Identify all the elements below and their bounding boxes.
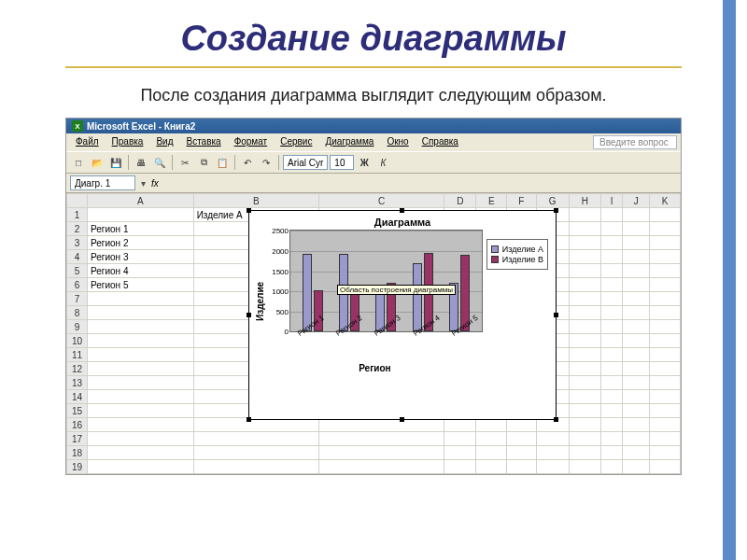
row-header[interactable]: 11 [67,348,88,362]
cell[interactable] [623,460,650,474]
resize-handle[interactable] [400,417,404,422]
cell[interactable] [569,460,600,474]
cell[interactable] [650,236,681,250]
cell[interactable] [623,236,650,250]
cell[interactable] [536,432,569,446]
cell[interactable] [623,390,650,404]
column-header[interactable]: H [569,194,600,208]
x-axis-label[interactable]: Регион [267,363,483,373]
column-header[interactable]: J [623,194,650,208]
cell[interactable] [569,208,600,222]
embedded-chart[interactable]: Диаграмма Изделие 05001000150020002500 О… [248,210,557,420]
cell[interactable] [623,250,650,264]
cell[interactable] [444,432,476,446]
row-header[interactable]: 12 [67,362,88,376]
cell[interactable] [650,362,681,376]
menu-view[interactable]: Вид [150,135,178,149]
cell[interactable] [88,208,194,222]
cell[interactable] [623,320,650,334]
cell[interactable] [569,390,600,404]
cell[interactable] [650,222,681,236]
cell[interactable] [569,320,600,334]
cell[interactable] [623,334,650,348]
menu-help[interactable]: Справка [416,135,464,149]
cell[interactable] [569,306,600,320]
cell[interactable] [623,446,650,460]
column-header[interactable]: G [536,194,569,208]
row-header[interactable]: 1 [67,208,88,222]
resize-handle[interactable] [554,208,558,213]
cell[interactable] [536,446,569,460]
cell[interactable] [623,404,650,418]
cell[interactable] [88,446,194,460]
chart-title[interactable]: Диаграмма [249,211,556,230]
cell[interactable] [569,432,600,446]
cell[interactable] [569,236,600,250]
menu-edit[interactable]: Правка [106,135,149,149]
cell[interactable] [507,446,536,460]
cell[interactable] [601,446,623,460]
undo-icon[interactable]: ↶ [239,154,256,171]
cell[interactable] [88,376,194,390]
resize-handle[interactable] [400,208,404,213]
cell[interactable] [650,376,681,390]
cell[interactable] [88,418,194,432]
cell[interactable] [601,460,623,474]
cell[interactable] [650,418,681,432]
cell[interactable] [193,432,318,446]
column-header[interactable]: F [507,194,536,208]
row-header[interactable]: 8 [67,306,88,320]
row-header[interactable]: 16 [67,418,88,432]
cell[interactable] [650,446,681,460]
cell[interactable] [623,376,650,390]
copy-icon[interactable]: ⧉ [195,154,212,171]
cell[interactable] [650,278,681,292]
cell[interactable] [444,460,476,474]
menu-insert[interactable]: Вставка [180,135,226,149]
row-header[interactable]: 5 [67,264,88,278]
cell[interactable] [88,390,194,404]
paste-icon[interactable]: 📋 [214,154,231,171]
column-header[interactable]: A [88,194,194,208]
column-header[interactable]: E [476,194,507,208]
cell[interactable] [476,446,507,460]
font-size-select[interactable]: 10 [330,155,354,170]
row-header[interactable]: 6 [67,278,88,292]
cell[interactable] [88,404,194,418]
cell[interactable]: Регион 5 [88,278,194,292]
name-box[interactable]: Диагр. 1 [70,175,135,190]
cell[interactable] [650,208,681,222]
legend-item[interactable]: Изделие А [491,245,543,254]
font-name-select[interactable]: Arial Cyr [283,155,328,170]
cell[interactable] [601,320,623,334]
redo-icon[interactable]: ↷ [258,154,275,171]
cell[interactable] [476,460,507,474]
column-header[interactable]: C [318,194,444,208]
row-header[interactable]: 7 [67,292,88,306]
row-header[interactable]: 17 [67,432,88,446]
cell[interactable] [623,348,650,362]
bold-icon[interactable]: Ж [356,154,373,171]
row-header[interactable]: 14 [67,390,88,404]
cell[interactable] [650,250,681,264]
row-header[interactable]: 4 [67,250,88,264]
dropdown-icon[interactable]: ▾ [141,178,146,189]
cell[interactable] [650,306,681,320]
menu-chart[interactable]: Диаграмма [319,135,379,149]
cell[interactable] [507,432,536,446]
row-header[interactable]: 9 [67,320,88,334]
cell[interactable] [601,250,623,264]
row-header[interactable]: 13 [67,376,88,390]
cell[interactable] [88,306,194,320]
cell[interactable] [601,264,623,278]
row-header[interactable]: 10 [67,334,88,348]
cell[interactable] [569,348,600,362]
cell[interactable] [650,320,681,334]
cell[interactable] [623,306,650,320]
cell[interactable] [318,432,444,446]
menu-tools[interactable]: Сервис [275,135,317,149]
cell[interactable] [601,208,623,222]
cell[interactable] [569,362,600,376]
row-header[interactable]: 18 [67,446,88,460]
cell[interactable] [444,446,476,460]
